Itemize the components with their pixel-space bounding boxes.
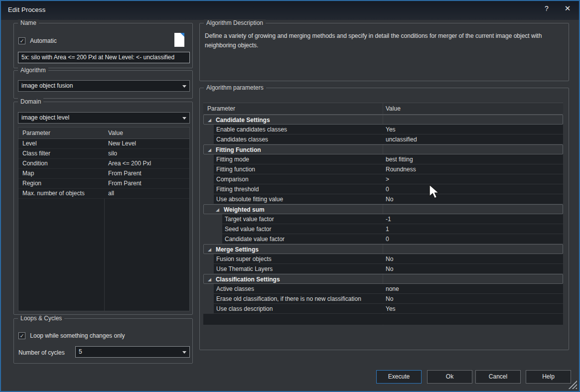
param-value[interactable]: No — [386, 294, 393, 304]
title-bar[interactable]: Edit Process ? ✕ — [1, 1, 579, 20]
automatic-checkbox[interactable]: ✓ — [18, 37, 25, 44]
expander-icon[interactable]: ◢ — [208, 118, 211, 123]
loop-checkbox[interactable]: ✓ — [18, 332, 25, 339]
domain-select[interactable]: image object level — [18, 112, 190, 124]
param-group-label: Candidate Settings — [216, 117, 270, 124]
param-value[interactable]: No — [386, 264, 393, 274]
algorithm-group: Algorithm image object fusion — [13, 70, 193, 99]
domain-group: Domain image object level Parameter Valu… — [13, 102, 193, 315]
param-value[interactable]: Yes — [386, 304, 396, 314]
parameters-header-value: Value — [386, 103, 401, 115]
param-name: Seed value factor — [225, 224, 271, 234]
param-row[interactable]: Candidate value factor0 — [203, 234, 563, 244]
loop-label: Loop while something changes only — [30, 332, 125, 339]
table-row[interactable]: ConditionArea <= 200 Pxl — [18, 159, 189, 169]
cancel-button[interactable]: Cancel — [475, 370, 521, 384]
param-value[interactable]: unclassified — [386, 134, 417, 144]
param-value[interactable]: > — [386, 174, 389, 184]
param-group-row[interactable]: ◢Fitting Function — [203, 144, 563, 154]
parameters-header-parameter: Parameter — [207, 103, 235, 115]
table-row[interactable]: Class filtersilo — [18, 149, 189, 159]
document-fold — [180, 33, 184, 37]
param-name: Active classes — [216, 284, 254, 294]
param-name: Use absolute fitting value — [216, 194, 283, 204]
process-name-input[interactable]: 5x: silo with Area <= 200 Pxl at New Lev… — [18, 52, 190, 63]
ok-button[interactable]: Ok — [427, 370, 472, 384]
param-row[interactable]: Active classesnone — [203, 284, 563, 294]
param-row[interactable]: Use absolute fitting valueNo — [203, 194, 563, 204]
param-value[interactable]: 0 — [386, 184, 389, 194]
new-document-icon[interactable] — [174, 33, 184, 47]
param-group-row[interactable]: ◢Weighted sum — [203, 204, 563, 214]
param-group-label: Weighted sum — [224, 206, 265, 213]
param-value[interactable]: 0 — [386, 234, 389, 244]
close-icon[interactable]: ✕ — [562, 3, 574, 14]
param-name: Candidate value factor — [225, 234, 285, 244]
param-row[interactable]: Enable candidates classesYes — [203, 125, 563, 134]
param-value[interactable]: best fitting — [386, 154, 413, 164]
param-group-label: Merge Settings — [216, 246, 259, 253]
expander-icon[interactable]: ◢ — [208, 277, 211, 282]
param-row[interactable]: Use Thematic LayersNo — [203, 264, 563, 274]
automatic-checkbox-row[interactable]: ✓ Automatic — [18, 37, 57, 44]
param-value[interactable]: No — [386, 254, 393, 264]
param-value[interactable]: none — [386, 284, 399, 294]
param-group-row[interactable]: ◢Candidate Settings — [203, 115, 563, 125]
param-value[interactable]: -1 — [386, 214, 391, 224]
parameter-value: New Level — [108, 139, 136, 148]
table-row[interactable]: LevelNew Level — [18, 139, 189, 149]
chevron-down-icon[interactable] — [182, 351, 186, 354]
expander-icon[interactable]: ◢ — [216, 207, 219, 212]
execute-button[interactable]: Execute — [376, 370, 422, 384]
loops-cycles-group: Loops & Cycles ✓ Loop while something ch… — [13, 318, 193, 364]
param-row[interactable]: Candidates classesunclassified — [203, 134, 563, 144]
param-value[interactable]: Roundness — [386, 164, 416, 174]
param-value[interactable]: 1 — [386, 224, 389, 234]
algorithm-select[interactable]: image object fusion — [18, 80, 190, 92]
cycles-select[interactable]: 5 — [75, 346, 190, 358]
param-row[interactable]: Erase old classification, if there is no… — [203, 294, 563, 304]
param-value[interactable]: Yes — [386, 125, 396, 134]
param-row[interactable]: Fitting functionRoundness — [203, 164, 563, 174]
param-name: Use Thematic Layers — [216, 264, 273, 274]
param-group-row[interactable]: ◢Merge Settings — [203, 244, 563, 254]
help-icon[interactable]: ? — [541, 3, 553, 14]
param-group-row[interactable]: ◢Classification Settings — [203, 274, 563, 284]
dialog-window: Edit Process ? ✕ Name ✓ Automatic 5x: si… — [0, 0, 580, 392]
param-row[interactable]: Fitting threshold0 — [203, 184, 563, 194]
param-name: Target value factor — [225, 214, 274, 224]
loop-checkbox-row[interactable]: ✓ Loop while something changes only — [18, 332, 125, 339]
cycles-value: 5 — [79, 348, 82, 355]
param-name: Comparison — [216, 174, 249, 184]
domain-header-value: Value — [108, 128, 123, 139]
param-row[interactable]: Target value factor-1 — [203, 214, 563, 224]
parameter-name: Condition — [22, 159, 48, 168]
table-row[interactable]: RegionFrom Parent — [18, 179, 189, 189]
parameter-name: Region — [22, 179, 41, 188]
edit-process-dialog: Edit Process ? ✕ Name ✓ Automatic 5x: si… — [0, 0, 580, 392]
param-row[interactable]: Use class descriptionYes — [203, 304, 563, 314]
expander-icon[interactable]: ◢ — [208, 147, 211, 152]
help-button[interactable]: Help — [526, 370, 571, 384]
param-row[interactable]: Comparison> — [203, 174, 563, 184]
table-row[interactable]: Max. number of objectsall — [18, 189, 189, 199]
param-empty-row — [203, 314, 563, 325]
param-group-label: Classification Settings — [216, 276, 280, 283]
description-group-label: Algorithm Description — [204, 19, 266, 26]
algorithm-selected-value: image object fusion — [21, 82, 73, 89]
param-row[interactable]: Fusion super objectsNo — [203, 254, 563, 264]
param-row[interactable]: Seed value factor1 — [203, 224, 563, 234]
parameter-name: Max. number of objects — [22, 189, 85, 198]
chevron-down-icon[interactable] — [182, 117, 186, 120]
domain-selected-value: image object level — [21, 114, 69, 121]
expander-icon[interactable]: ◢ — [208, 247, 211, 252]
param-value[interactable]: No — [386, 194, 393, 204]
param-name: Fusion super objects — [216, 254, 272, 264]
table-row[interactable]: MapFrom Parent — [18, 169, 189, 179]
chevron-down-icon[interactable] — [182, 85, 186, 88]
param-name: Use class description — [216, 304, 273, 314]
domain-header-parameter: Parameter — [22, 128, 50, 139]
parameters-group-label: Algorithm parameters — [204, 84, 266, 91]
algorithm-group-label: Algorithm — [18, 67, 48, 74]
param-row[interactable]: Fitting modebest fitting — [203, 154, 563, 164]
